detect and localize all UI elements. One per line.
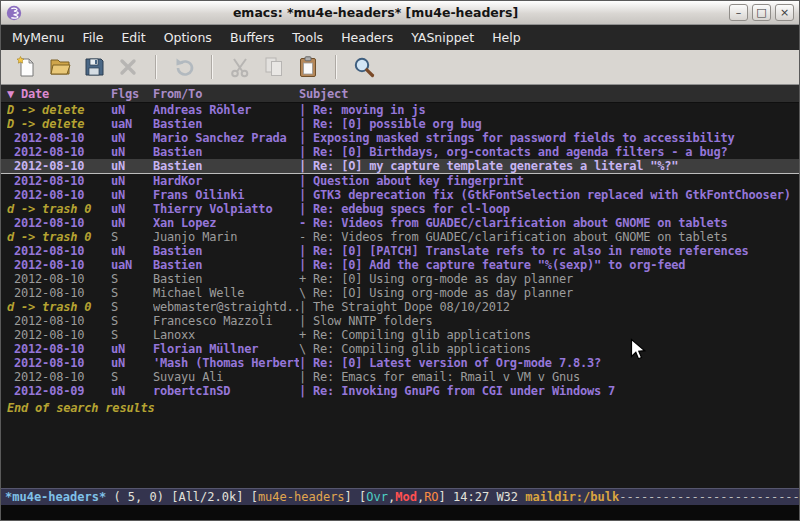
menu-item-yasnippet[interactable]: YASnippet <box>402 25 483 50</box>
buffer-area[interactable]: ▼ Date Flgs From/To Subject D -> deleteu… <box>1 85 799 488</box>
toolbar-separator <box>155 55 157 79</box>
message-row[interactable]: 2012-08-10SBastien+ Re: [0] Using org-mo… <box>1 272 799 286</box>
message-flags: uN <box>111 384 153 398</box>
new-file-button[interactable] <box>9 52 43 82</box>
message-flags: S <box>111 314 153 328</box>
message-date: 2012-08-09 <box>7 384 111 398</box>
message-flags: uaN <box>111 117 153 131</box>
message-from: Bastien <box>153 159 299 173</box>
menu-item-headers[interactable]: Headers <box>332 25 402 50</box>
open-folder-button[interactable] <box>43 52 77 82</box>
save-button[interactable] <box>77 52 111 82</box>
message-list: D -> deleteuNAndreas Röhler| Re: moving … <box>1 103 799 398</box>
search-button[interactable] <box>347 52 381 82</box>
message-flags: uN <box>111 174 153 188</box>
open-folder-icon <box>48 55 72 79</box>
undo-button <box>167 52 201 82</box>
message-flags: S <box>111 300 153 314</box>
message-row[interactable]: 2012-08-10uNMario Sanchez Prada| Exposin… <box>1 131 799 145</box>
emacs-icon <box>6 5 22 21</box>
message-row[interactable]: 2012-08-10uNXan Lopez- Re: Videos from G… <box>1 216 799 230</box>
message-subject: | Re: [0] Latest version of Org-mode 7.8… <box>299 356 799 370</box>
toolbar <box>1 50 799 85</box>
menu-item-buffers[interactable]: Buffers <box>221 25 283 50</box>
menu-item-edit[interactable]: Edit <box>112 25 154 50</box>
modeline-dashes: ----------------------------------------… <box>619 489 799 505</box>
modeline-plain: ( 5, 0) [All/2.0k] <box>106 489 251 505</box>
title-bar[interactable]: emacs: *mu4e-headers* [mu4e-headers] – □… <box>1 1 799 25</box>
message-row[interactable]: 2012-08-10uNBastien| Re: [0] [PATCH] Tra… <box>1 244 799 258</box>
message-row[interactable]: 2012-08-09uNrobertcInSD| Re: Invoking Gn… <box>1 384 799 398</box>
message-from: Lanoxx <box>153 328 299 342</box>
message-flags: S <box>111 370 153 384</box>
column-header-from[interactable]: From/To <box>153 87 299 101</box>
message-subject: | The Straight Dope 08/10/2012 <box>299 300 799 314</box>
modeline-plain: [ <box>251 489 258 505</box>
column-header-date[interactable]: ▼ Date <box>7 87 111 101</box>
message-row[interactable]: 2012-08-10uN'Mash (Thomas Herbert)| Re: … <box>1 356 799 370</box>
copy-icon <box>262 55 286 79</box>
message-row[interactable]: d -> trash 0Swebmaster@straightd...| The… <box>1 300 799 314</box>
message-flags: uN <box>111 356 153 370</box>
cut-button <box>223 52 257 82</box>
menu-item-file[interactable]: File <box>74 25 113 50</box>
message-flags: uN <box>111 131 153 145</box>
minimize-button[interactable]: – <box>729 4 748 21</box>
message-flags: uN <box>111 216 153 230</box>
message-subject: \ Re: Compiling glib applications <box>299 342 799 356</box>
message-row[interactable]: d -> trash 0uNThierry Volpiatto| Re: ede… <box>1 202 799 216</box>
close-button[interactable]: × <box>775 4 794 21</box>
toolbar-separator <box>335 55 337 79</box>
message-flags: uaN <box>111 258 153 272</box>
column-header-subject[interactable]: Subject <box>299 87 799 101</box>
message-row[interactable]: 2012-08-10SLanoxx+ Re: Compiling glib ap… <box>1 328 799 342</box>
message-row[interactable]: 2012-08-10uaNBastien| Re: [0] Add the ca… <box>1 258 799 272</box>
message-row[interactable]: 2012-08-10SMichael Welle\ Re: [O] Using … <box>1 286 799 300</box>
message-from: HardKor <box>153 174 299 188</box>
modeline-plain: , <box>417 489 424 505</box>
message-subject: - Re: Videos from GUADEC/clarification a… <box>299 216 799 230</box>
message-date: 2012-08-10 <box>7 188 111 202</box>
message-flags: S <box>111 230 153 244</box>
menu-item-tools[interactable]: Tools <box>283 25 332 50</box>
message-flags: uN <box>111 244 153 258</box>
message-date: 2012-08-10 <box>7 286 111 300</box>
message-subject: | GTK3 deprecation fix (GtkFontSelection… <box>299 188 799 202</box>
message-date: 2012-08-10 <box>7 159 111 173</box>
message-row[interactable]: 2012-08-10uNFrans Oilinki| GTK3 deprecat… <box>1 188 799 202</box>
message-subject: - Re: Videos from GUADEC/clarification a… <box>299 230 799 244</box>
maximize-button[interactable]: □ <box>752 4 771 21</box>
message-subject: | Re: [0] Add the capture feature "%(sex… <box>299 258 799 272</box>
column-header-flags[interactable]: Flgs <box>111 87 153 101</box>
message-row[interactable]: 2012-08-10uNFlorian Müllner\ Re: Compili… <box>1 342 799 356</box>
message-row[interactable]: d -> trash 0SJuanjo Marin- Re: Videos fr… <box>1 230 799 244</box>
message-row[interactable]: 2012-08-10uNBastien| Re: [0] Birthdays, … <box>1 145 799 159</box>
menu-item-mymenu[interactable]: MyMenu <box>3 25 74 50</box>
window-title: emacs: *mu4e-headers* [mu4e-headers] <box>26 5 725 20</box>
message-row[interactable]: 2012-08-10uNHardKor| Question about key … <box>1 174 799 188</box>
message-date: D -> delete <box>7 103 111 117</box>
message-row-current[interactable]: 2012-08-10uNBastien| Re: [O] my capture … <box>1 159 799 174</box>
message-date: d -> trash 0 <box>7 202 111 216</box>
message-from: Bastien <box>153 117 299 131</box>
message-row[interactable]: D -> deleteuNAndreas Röhler| Re: moving … <box>1 103 799 117</box>
header-line: ▼ Date Flgs From/To Subject <box>1 85 799 103</box>
echo-area[interactable] <box>1 505 799 520</box>
message-flags: S <box>111 286 153 300</box>
menu-item-help[interactable]: Help <box>483 25 530 50</box>
message-subject: + Re: [0] Using org-mode as day planner <box>299 272 799 286</box>
message-row[interactable]: D -> deleteuaNBastien| Re: [0] possible … <box>1 117 799 131</box>
message-subject: | Re: [O] my capture template generates … <box>299 159 799 173</box>
message-date: 2012-08-10 <box>7 216 111 230</box>
message-subject: | Re: [0] Birthdays, org-contacts and ag… <box>299 145 799 159</box>
message-row[interactable]: 2012-08-10SFrancesco Mazzoli| Slow NNTP … <box>1 314 799 328</box>
message-subject: | Re: [0] [PATCH] Translate refs to rc a… <box>299 244 799 258</box>
message-row[interactable]: 2012-08-10SSuvayu Ali| Re: Emacs for ema… <box>1 370 799 384</box>
message-from: Florian Müllner <box>153 342 299 356</box>
paste-button[interactable] <box>291 52 325 82</box>
message-date: 2012-08-10 <box>7 370 111 384</box>
message-date: 2012-08-10 <box>7 145 111 159</box>
menu-item-options[interactable]: Options <box>155 25 221 50</box>
message-from: Bastien <box>153 244 299 258</box>
modeline-plain: [ <box>359 489 366 505</box>
